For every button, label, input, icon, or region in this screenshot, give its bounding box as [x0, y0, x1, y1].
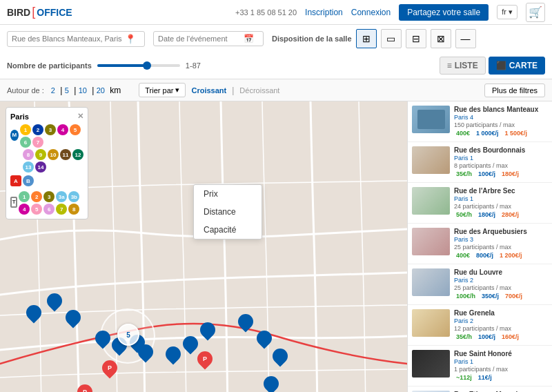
tram-line-3[interactable]: 3: [43, 191, 55, 202]
km-5-link[interactable]: 5: [65, 86, 69, 95]
map-pin-red-2[interactable]: P: [77, 384, 92, 392]
venue-capacity-0: 150 participants / max: [454, 121, 548, 128]
tram-line-8[interactable]: 8: [68, 204, 79, 215]
metro-line-1[interactable]: 1: [20, 124, 31, 135]
metro-lines-m: 1 2 3 4 5 6 7: [20, 124, 83, 148]
map-background: Paris ✕ M 1 2 3 4 5 6 7 8: [0, 101, 407, 392]
tram-line-1[interactable]: 1: [19, 191, 30, 202]
venue-price-1-0: 35€/h: [454, 170, 474, 178]
more-filters-button[interactable]: Plus de filtres: [484, 84, 545, 97]
metro-line-12[interactable]: 12: [72, 149, 83, 160]
map-pin-3[interactable]: [95, 331, 110, 346]
map-pin-12[interactable]: [273, 349, 288, 364]
participants-label: Nombre de participants: [7, 61, 92, 70]
map-pin-6[interactable]: [138, 344, 153, 360]
tram-line-7[interactable]: 7: [56, 204, 67, 215]
venue-price-0-0: 400€: [454, 129, 472, 137]
header-phone: +33 1 85 08 51 20: [235, 8, 297, 17]
map-pin-2[interactable]: [66, 310, 81, 325]
sort-by-label: Trier par: [145, 86, 173, 95]
tram-line-6[interactable]: 6: [43, 204, 55, 215]
view-carte-button[interactable]: ⬛ CARTE: [489, 57, 545, 75]
participants-slider[interactable]: [97, 60, 180, 71]
metro-lines-m-2: 8 9 10 11 12 13 14: [23, 149, 83, 173]
venue-item-6[interactable]: Rue Saint Honoré Paris 1 1 participants …: [408, 346, 552, 386]
map-pin-10[interactable]: [238, 314, 253, 329]
sort-option-capacite[interactable]: Capacité: [194, 221, 262, 239]
metro-line-4[interactable]: 4: [57, 124, 68, 135]
slider-thumb[interactable]: [143, 61, 151, 70]
inscription-link[interactable]: Inscription: [305, 8, 343, 17]
search-input[interactable]: [12, 35, 122, 43]
venue-capacity-5: 12 participants / max: [454, 325, 548, 332]
venue-info-4: Rue du Louvre Paris 2 25 participants / …: [454, 268, 548, 300]
sort-croissant-button[interactable]: Croissant: [191, 86, 226, 95]
map-pin-8[interactable]: [183, 336, 198, 351]
lang-selector[interactable]: fr ▾: [497, 5, 518, 19]
metro-line-8[interactable]: 8: [23, 149, 34, 160]
metro-line-5[interactable]: 5: [70, 124, 81, 135]
venue-info-6: Rue Saint Honoré Paris 1 1 participants …: [454, 350, 548, 382]
tram-line-4[interactable]: 4: [19, 204, 30, 215]
metro-line-7[interactable]: 7: [32, 137, 43, 148]
map-pin-0[interactable]: [26, 305, 41, 320]
layout-btn-0[interactable]: ⊞: [356, 29, 377, 48]
metro-line-13[interactable]: 13: [23, 161, 34, 173]
view-liste-button[interactable]: ≡ LISTE: [440, 57, 486, 75]
km-20-link[interactable]: 20: [97, 86, 105, 95]
map-container[interactable]: Paris ✕ M 1 2 3 4 5 6 7 8: [0, 101, 407, 392]
km-10-link[interactable]: 10: [79, 86, 87, 95]
map-cluster-0[interactable]: 5: [117, 324, 139, 346]
venue-price-2-0: 50€/h: [454, 210, 474, 219]
layout-btn-1[interactable]: ▭: [381, 29, 402, 48]
sort-dropdown: Prix Distance Capacité: [193, 184, 262, 239]
sort-by-button[interactable]: Trier par ▾: [139, 83, 186, 97]
venue-item-7[interactable]: Rue Etienne Marcel Paris 2 6 participant…: [408, 386, 552, 392]
partager-button[interactable]: Partagez votre salle: [399, 4, 489, 21]
venue-name-6: Rue Saint Honoré: [454, 350, 548, 358]
tram-line-2[interactable]: 2: [31, 191, 42, 202]
metro-line-6[interactable]: 6: [20, 137, 31, 148]
sort-decroissant-button[interactable]: Décroissant: [239, 86, 279, 95]
metro-line-3[interactable]: 3: [45, 124, 56, 135]
tram-line-3a[interactable]: 3a: [56, 191, 67, 202]
map-pin-13[interactable]: [264, 376, 279, 391]
venue-item-5[interactable]: Rue Grenela Paris 2 12 participants / ma…: [408, 305, 552, 346]
cart-button[interactable]: 🛒: [526, 3, 545, 22]
metro-line-11[interactable]: 11: [60, 149, 71, 160]
map-pin-11[interactable]: [257, 331, 272, 346]
metro-line-2[interactable]: 2: [32, 124, 43, 135]
layout-btn-4[interactable]: —: [455, 29, 476, 48]
logo: BIRD [ OFFICE: [7, 5, 72, 19]
tram-line-3b[interactable]: 3b: [68, 191, 79, 202]
metro-line-10[interactable]: 10: [48, 149, 59, 160]
tram-line-5[interactable]: 5: [31, 204, 42, 215]
venue-item-1[interactable]: Rue des Bourdonnais Paris 1 8 participan…: [408, 142, 552, 183]
date-input[interactable]: [158, 35, 241, 43]
map-pin-red-1[interactable]: P: [197, 351, 213, 366]
connexion-link[interactable]: Connexion: [351, 8, 391, 17]
metro-line-14[interactable]: 14: [35, 161, 46, 173]
layout-btn-3[interactable]: ⊠: [431, 29, 451, 48]
panel-collapse-button[interactable]: ›: [407, 242, 408, 270]
venue-item-0[interactable]: Rue des blancs Manteaux Paris 4 150 part…: [408, 101, 552, 142]
venue-info-0: Rue des blancs Manteaux Paris 4 150 part…: [454, 106, 548, 137]
map-pin-9[interactable]: [200, 322, 215, 337]
sort-option-distance[interactable]: Distance: [194, 203, 262, 221]
venue-name-3: Rue des Arquebusiers: [454, 228, 548, 236]
venue-item-3[interactable]: Rue des Arquebusiers Paris 3 25 particip…: [408, 224, 552, 264]
rer-line-b[interactable]: B: [23, 175, 34, 186]
sort-option-prix[interactable]: Prix: [194, 185, 262, 203]
venue-item-2[interactable]: Rue de l'Arbre Sec Paris 1 24 participan…: [408, 183, 552, 224]
venue-price-1-1: 100€/j: [476, 170, 497, 178]
map-pin-1[interactable]: [47, 293, 62, 308]
autour-label: Autour de :: [7, 86, 44, 95]
metro-line-9[interactable]: 9: [35, 149, 46, 160]
km-2-link[interactable]: 2: [51, 86, 55, 95]
venue-item-4[interactable]: Rue du Louvre Paris 2 25 participants / …: [408, 264, 552, 305]
layout-btn-2[interactable]: ⊟: [406, 29, 426, 48]
venue-price-5-1: 100€/j: [476, 333, 497, 341]
map-pin-7[interactable]: [166, 346, 181, 362]
metro-close-button[interactable]: ✕: [77, 112, 83, 121]
map-pin-red-0[interactable]: P: [102, 360, 117, 375]
